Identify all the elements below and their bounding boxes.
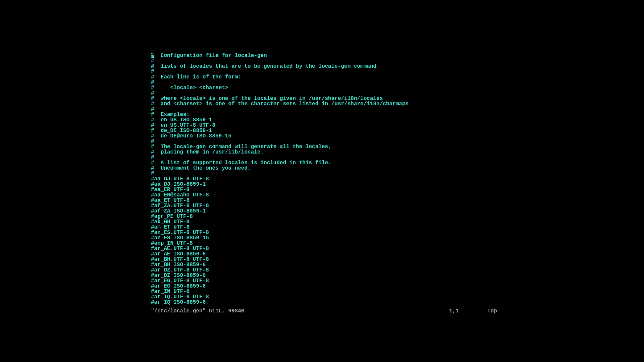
editor-line: #aa_DJ ISO-8859-1 — [151, 182, 409, 187]
editor-line: #aa_ET UTF-8 — [151, 198, 409, 203]
editor-line: # A list of supported locales is include… — [151, 160, 409, 166]
editor-line: #anp_IN UTF-8 — [151, 241, 409, 246]
editor-line: #ar_BH.UTF-8 UTF-8 — [151, 257, 409, 262]
editor-line: #ar_EG.UTF-8 UTF-8 — [151, 278, 409, 284]
editor-line: # — [151, 139, 409, 144]
editor-line: #ar_IQ ISO-8859-6 — [151, 300, 409, 305]
status-cursor-position: 1,1 — [449, 308, 459, 314]
editor-line: # and <charset> is one of the character … — [151, 101, 409, 107]
editor-line: # <locale> <charset> — [151, 85, 409, 90]
editor-line: # de_DE ISO-8859-1 — [151, 128, 409, 133]
editor-line: # where <locale> is one of the locales g… — [151, 96, 409, 101]
editor-line: # — [151, 80, 409, 85]
status-file-info: "/etc/locale.gen" 511L, 9984B — [151, 308, 244, 314]
editor-line: #am_ET UTF-8 — [151, 225, 409, 230]
editor-line: #aa_ER UTF-8 — [151, 187, 409, 192]
editor-line: #aa_ER@saaho UTF-8 — [151, 192, 409, 198]
editor-line: # — [151, 58, 409, 64]
editor-line: #ar_IQ.UTF-8 UTF-8 — [151, 294, 409, 300]
editor-line: # de_DE@euro ISO-8859-15 — [151, 133, 409, 139]
editor-line: # Uncomment the ones you need. — [151, 166, 409, 171]
editor-line: # The locale-gen command will generate a… — [151, 144, 409, 149]
editor-line: # Each line is of the form: — [151, 74, 409, 80]
cursor-char: # — [151, 53, 154, 59]
editor-line: #ar_BH ISO-8859-6 — [151, 262, 409, 267]
editor-line: # — [151, 171, 409, 176]
editor-line: #ar_EG ISO-8859-6 — [151, 284, 409, 289]
editor-line: # lists of locales that are to be genera… — [151, 64, 409, 69]
editor-line: #an_ES ISO-8859-15 — [151, 235, 409, 241]
editor-line: #agr_PE UTF-8 — [151, 214, 409, 219]
editor-buffer[interactable]: # Configuration file for locale-gen## li… — [151, 53, 409, 305]
editor-line: # — [151, 107, 409, 112]
editor-line: #ar_AE.UTF-8 UTF-8 — [151, 246, 409, 251]
editor-line: # — [151, 90, 409, 96]
editor-line: # — [151, 69, 409, 74]
status-scroll-indicator: Top — [487, 308, 497, 314]
editor-line: #aa_DJ.UTF-8 UTF-8 — [151, 176, 409, 182]
text-cursor: # — [151, 53, 154, 58]
editor-line: # Configuration file for locale-gen — [151, 53, 409, 58]
editor-line: # en_US ISO-8859-1 — [151, 117, 409, 123]
editor-line: #af_ZA.UTF-8 UTF-8 — [151, 203, 409, 208]
editor-line: #ar_DZ ISO-8859-6 — [151, 273, 409, 278]
editor-line: #ar_IN UTF-8 — [151, 289, 409, 294]
editor-line: #af_ZA ISO-8859-1 — [151, 208, 409, 214]
editor-line: # placing them in /usr/lib/locale. — [151, 149, 409, 155]
editor-line: # en_US.UTF-8 UTF-8 — [151, 123, 409, 128]
editor-line: #ar_AE ISO-8859-6 — [151, 251, 409, 257]
editor-line: #ar_DZ.UTF-8 UTF-8 — [151, 267, 409, 273]
editor-line: # — [151, 155, 409, 160]
editor-line: #an_ES.UTF-8 UTF-8 — [151, 230, 409, 235]
editor-line: # Examples: — [151, 112, 409, 117]
editor-line: #ak_GH UTF-8 — [151, 219, 409, 225]
